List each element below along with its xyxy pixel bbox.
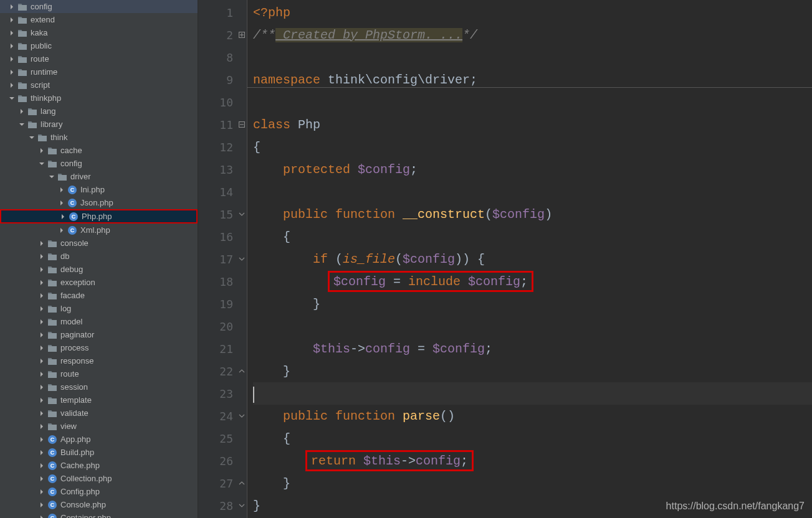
code-line-11[interactable]: class Php bbox=[253, 113, 812, 136]
tree-item-runtime[interactable]: runtime bbox=[0, 65, 198, 78]
tree-item-config[interactable]: config bbox=[0, 0, 198, 13]
code-line-8[interactable] bbox=[253, 46, 812, 68]
code-line-26[interactable]: return $this->config; bbox=[253, 450, 812, 472]
chevron-right-icon[interactable] bbox=[9, 4, 15, 10]
chevron-right-icon[interactable] bbox=[39, 332, 45, 338]
gutter-line-20[interactable]: 20 bbox=[198, 315, 247, 337]
tree-item-console-php[interactable]: CConsole.php bbox=[0, 498, 198, 511]
chevron-right-icon[interactable] bbox=[39, 293, 45, 299]
tree-item-script[interactable]: script bbox=[0, 78, 198, 92]
gutter-line-28[interactable]: 28 bbox=[198, 494, 247, 517]
chevron-right-icon[interactable] bbox=[39, 306, 45, 312]
fold-icon[interactable] bbox=[238, 412, 246, 420]
gutter-line-26[interactable]: 26 bbox=[198, 450, 247, 472]
gutter-line-13[interactable]: 13 bbox=[198, 158, 247, 181]
gutter-line-9[interactable]: 9 bbox=[198, 68, 247, 91]
tree-item-extend[interactable]: extend bbox=[0, 13, 198, 26]
chevron-right-icon[interactable] bbox=[9, 56, 15, 62]
chevron-down-icon[interactable] bbox=[9, 95, 15, 101]
chevron-right-icon[interactable] bbox=[39, 410, 45, 417]
chevron-right-icon[interactable] bbox=[39, 280, 45, 286]
chevron-right-icon[interactable] bbox=[39, 476, 45, 482]
project-tree[interactable]: configextendkakapublicrouteruntimescript… bbox=[0, 0, 198, 518]
chevron-right-icon[interactable] bbox=[39, 345, 45, 351]
chevron-down-icon[interactable] bbox=[39, 161, 45, 167]
chevron-right-icon[interactable] bbox=[19, 108, 25, 115]
chevron-right-icon[interactable] bbox=[39, 397, 45, 403]
tree-item-kaka[interactable]: kaka bbox=[0, 26, 198, 39]
chevron-right-icon[interactable] bbox=[39, 371, 45, 377]
code-line-22[interactable]: } bbox=[253, 360, 812, 382]
gutter-line-17[interactable]: 17 bbox=[198, 248, 247, 270]
code-line-27[interactable]: } bbox=[253, 472, 812, 494]
chevron-right-icon[interactable] bbox=[9, 82, 15, 88]
code-line-18[interactable]: $config = include $config; bbox=[253, 270, 812, 293]
tree-item-exception[interactable]: exception bbox=[0, 276, 198, 289]
code-line-23[interactable] bbox=[253, 382, 812, 405]
gutter-line-1[interactable]: 1 bbox=[198, 1, 247, 24]
tree-item-library[interactable]: library bbox=[0, 118, 198, 131]
tree-item-view[interactable]: view bbox=[0, 420, 198, 433]
chevron-right-icon[interactable] bbox=[39, 502, 45, 508]
code-line-15[interactable]: public function __construct($config) bbox=[253, 203, 812, 225]
chevron-right-icon[interactable] bbox=[59, 187, 65, 193]
code-line-16[interactable]: { bbox=[253, 225, 812, 248]
fold-icon[interactable] bbox=[238, 479, 246, 487]
tree-item-facade[interactable]: facade bbox=[0, 289, 198, 302]
chevron-down-icon[interactable] bbox=[29, 134, 35, 141]
chevron-right-icon[interactable] bbox=[9, 43, 15, 49]
code-line-21[interactable]: $this->config = $config; bbox=[253, 337, 812, 360]
gutter-line-24[interactable]: 24 bbox=[198, 405, 247, 427]
tree-item-log[interactable]: log bbox=[0, 302, 198, 315]
tree-item-public[interactable]: public bbox=[0, 39, 198, 52]
tree-item-response[interactable]: response bbox=[0, 354, 198, 367]
chevron-right-icon[interactable] bbox=[9, 17, 15, 23]
chevron-down-icon[interactable] bbox=[49, 174, 55, 180]
tree-item-thinkphp[interactable]: thinkphp bbox=[0, 92, 198, 105]
chevron-right-icon[interactable] bbox=[59, 227, 65, 233]
tree-item-container-php[interactable]: CContainer.php bbox=[0, 511, 198, 518]
chevron-right-icon[interactable] bbox=[39, 515, 45, 519]
chevron-right-icon[interactable] bbox=[39, 463, 45, 469]
chevron-right-icon[interactable] bbox=[39, 358, 45, 364]
code-line-13[interactable]: protected $config; bbox=[253, 158, 812, 181]
gutter-line-15[interactable]: 15 bbox=[198, 203, 247, 225]
gutter-line-27[interactable]: 27 bbox=[198, 472, 247, 494]
gutter-line-19[interactable]: 19 bbox=[198, 293, 247, 315]
chevron-right-icon[interactable] bbox=[9, 69, 15, 75]
code-line-19[interactable]: } bbox=[253, 293, 812, 315]
gutter-line-16[interactable]: 16 bbox=[198, 225, 247, 248]
chevron-down-icon[interactable] bbox=[19, 121, 25, 128]
gutter-line-21[interactable]: 21 bbox=[198, 337, 247, 360]
fold-icon[interactable] bbox=[238, 121, 246, 128]
chevron-right-icon[interactable] bbox=[60, 214, 66, 220]
code-line-17[interactable]: if (is_file($config)) { bbox=[253, 248, 812, 270]
chevron-right-icon[interactable] bbox=[39, 423, 45, 430]
gutter-line-23[interactable]: 23 bbox=[198, 382, 247, 405]
chevron-right-icon[interactable] bbox=[39, 253, 45, 260]
code-area[interactable]: <?php /** Created by PhpStorm. ...*/ nam… bbox=[247, 0, 812, 518]
fold-icon[interactable] bbox=[238, 31, 246, 39]
tree-item-cache-php[interactable]: CCache.php bbox=[0, 459, 198, 472]
tree-item-think[interactable]: think bbox=[0, 131, 198, 144]
tree-item-route[interactable]: route bbox=[0, 52, 198, 65]
tree-item-driver[interactable]: driver bbox=[0, 170, 198, 183]
tree-item-route[interactable]: route bbox=[0, 367, 198, 380]
tree-item-collection-php[interactable]: CCollection.php bbox=[0, 472, 198, 485]
tree-item-session[interactable]: session bbox=[0, 380, 198, 393]
chevron-right-icon[interactable] bbox=[39, 148, 45, 154]
gutter-line-14[interactable]: 14 bbox=[198, 181, 247, 203]
fold-icon[interactable] bbox=[238, 502, 246, 509]
fold-icon[interactable] bbox=[238, 210, 246, 218]
code-editor[interactable]: 1289101112131415161718192021222324252627… bbox=[198, 0, 812, 518]
tree-item-xml-php[interactable]: CXml.php bbox=[0, 224, 198, 237]
tree-item-template[interactable]: template bbox=[0, 393, 198, 407]
gutter-line-8[interactable]: 8 bbox=[198, 46, 247, 68]
chevron-right-icon[interactable] bbox=[39, 240, 45, 247]
gutter-line-10[interactable]: 10 bbox=[198, 91, 247, 113]
chevron-right-icon[interactable] bbox=[39, 489, 45, 495]
fold-icon[interactable] bbox=[238, 255, 246, 263]
gutter-line-12[interactable]: 12 bbox=[198, 136, 247, 158]
tree-item-lang[interactable]: lang bbox=[0, 105, 198, 118]
tree-item-config-php[interactable]: CConfig.php bbox=[0, 485, 198, 498]
